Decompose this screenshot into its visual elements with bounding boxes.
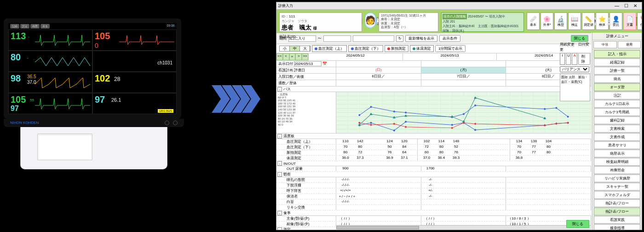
window-title: 診療入力	[278, 3, 293, 8]
side-menu-item[interactable]: 記入・指示	[594, 50, 640, 58]
svg-marker-60	[370, 113, 373, 115]
toolbar-検体[interactable]: ⭐検体	[596, 12, 609, 30]
data-row: リキシ交換	[276, 205, 591, 210]
side-menu-item[interactable]: 診療一覧	[594, 67, 640, 75]
pulse-value: 105	[11, 94, 26, 105]
side-menu-item[interactable]: 歯科記録	[594, 116, 640, 124]
reload-icon[interactable]: ↻	[396, 35, 403, 42]
side-menu-item[interactable]: オーダ歴	[594, 83, 640, 91]
display-date-input[interactable]	[294, 61, 322, 66]
side-menu-item[interactable]: 患者サマリ	[594, 141, 640, 149]
legend-box: 医師 太郎 脈拍・血圧・温度(℃)	[560, 74, 590, 101]
collapse-icon[interactable]: -	[277, 172, 282, 177]
patient-card: ID：111 カンジャ ソウタ 患者 颯太 様	[279, 12, 362, 32]
toolbar-委託[interactable]: 👤委託	[610, 12, 622, 30]
side-menu-item[interactable]: 病歴表示	[594, 150, 640, 157]
side-menu-item[interactable]: 服薬指導	[594, 224, 640, 230]
side-menu-item[interactable]: 看護実践	[594, 216, 640, 224]
legend-item[interactable]: 血圧測定（上）	[312, 45, 347, 52]
legend-item[interactable]: 体温測定	[410, 45, 434, 52]
color-icon[interactable]: A	[572, 53, 577, 65]
side-menu-item[interactable]: リハビリ実施歴	[594, 174, 640, 182]
nav-first[interactable]: <<	[276, 53, 283, 60]
legend-item[interactable]: 血圧測定（下）	[348, 45, 383, 52]
zoom-small[interactable]: 小	[280, 46, 290, 51]
chart-y-axis: - 温度板 BP P T200 80 195 41180 70 172 4016…	[276, 92, 336, 133]
close-icon[interactable]: ✕	[631, 3, 640, 8]
row-hosp-day: 入院日数／術後 6日目／ 7日目／ 8日目／	[276, 74, 591, 80]
collapse-icon[interactable]: -	[277, 227, 282, 230]
italic-icon[interactable]: I	[560, 53, 565, 65]
variance-select[interactable]: バリアンス	[560, 66, 589, 72]
toolbar-文書[interactable]: 📄文書	[623, 12, 636, 30]
minimize-icon[interactable]: —	[612, 3, 621, 8]
side-menu-item[interactable]: スマホフォルダ	[594, 191, 640, 199]
side-menu-item[interactable]: 経過記録	[594, 58, 640, 66]
nav-prev[interactable]: <	[283, 53, 289, 60]
svg-point-50	[405, 126, 407, 128]
mon-btn[interactable]: 設定	[20, 24, 29, 29]
legend-item[interactable]: 脈拍測定	[385, 45, 408, 52]
mon-btn[interactable]: 記録	[10, 24, 19, 29]
collapse-icon[interactable]: -	[277, 87, 282, 92]
side-menu-item[interactable]: 文書作成	[594, 133, 640, 141]
side-menu-item[interactable]: カルテ1日表示	[594, 100, 640, 108]
power-icon[interactable]	[165, 121, 169, 125]
cell-pulse: 105 55 97	[8, 93, 92, 114]
date-nav: << < ＝ > >> 2024/05/12 2024/05/13 2024/0…	[276, 53, 591, 61]
nav-last[interactable]: >>	[302, 53, 308, 60]
toolbar-基本[interactable]: 🩹基本	[527, 12, 540, 30]
side-menu-item[interactable]: スキャナ一覧	[594, 183, 640, 191]
svg-point-43	[474, 129, 476, 131]
collapse-icon[interactable]: -	[277, 134, 282, 139]
data-row: 保清者＋/－/＋/＋-/-	[276, 194, 591, 199]
zoom-mid[interactable]: 中	[290, 46, 300, 51]
toolbar-付箋[interactable]: 🔖付箋	[637, 12, 642, 30]
toolbar-外来*[interactable]: 🌸外来*	[540, 12, 553, 30]
toolbar-検歴[interactable]: 🔬検歴	[554, 12, 567, 30]
temp-value: 98	[11, 73, 21, 84]
side-menu-item[interactable]: 画像照会	[594, 166, 640, 174]
side-menu-item[interactable]: カルテ3号用紙	[594, 108, 640, 116]
close-button[interactable]: 閉じる	[571, 35, 588, 42]
maximize-icon[interactable]: ☐	[621, 3, 631, 8]
side-menu-item[interactable]: 熱計表/フロー	[594, 208, 640, 215]
toolbar-測定値[interactable]: 📏測定値	[582, 12, 595, 30]
delete-button[interactable]: 削除	[578, 53, 590, 65]
menu-icon[interactable]	[173, 121, 178, 125]
zoom-large[interactable]: 大	[300, 46, 310, 51]
cell-ch: ch1031	[92, 51, 177, 72]
close-button-bottom[interactable]: 閉じる	[566, 220, 589, 228]
aux-header: 用紙変更 日付変更	[560, 42, 590, 52]
collapse-icon[interactable]: -	[277, 161, 282, 166]
underline-icon[interactable]: U	[566, 53, 571, 65]
one-min-button[interactable]: 1分間隔で表示	[435, 45, 466, 52]
side-tab[interactable]: 適用	[618, 41, 641, 48]
nibp-value: 80	[11, 52, 21, 63]
nav-next[interactable]: >	[295, 53, 302, 60]
side-menu-item[interactable]: 熱計表/フロー	[594, 199, 640, 207]
side-menu-item[interactable]: 文書検索	[594, 125, 640, 133]
side-menu-item[interactable]: 注記	[594, 92, 640, 99]
nav-today[interactable]: ＝	[289, 53, 296, 60]
filter-input[interactable]	[353, 35, 394, 42]
mon-btn[interactable]: 戻る	[40, 24, 50, 29]
side-menu-item[interactable]: 検査結果明細	[594, 158, 640, 166]
collapse-icon[interactable]: -	[278, 93, 279, 96]
section-温度板: -温度板	[276, 133, 591, 139]
mon-btn[interactable]: 画面	[30, 24, 40, 29]
flowsheet-header: 期間 〜 ↻ 最新情報を表示 表示条件 閉じる	[276, 33, 591, 44]
horizontal-scrollbar[interactable]	[336, 225, 591, 230]
action-toolbar: 🩹基本🌸外来*🔬検歴📖検証📏測定値⭐検体👤委託📄文書🔖付箋	[527, 12, 642, 32]
scrollbar-thumb[interactable]	[336, 226, 419, 229]
patient-ruby: カンジャ ソウタ	[282, 19, 360, 23]
toolbar-検証[interactable]: 📖検証	[568, 12, 581, 30]
brand-label: NIHON KOHDEN	[10, 121, 39, 125]
svg-point-36	[567, 116, 569, 117]
collapse-icon[interactable]: -	[277, 211, 282, 215]
side-menu-item[interactable]: 病名	[594, 75, 640, 83]
display-cond-button[interactable]: 表示条件	[439, 35, 460, 42]
show-latest-button[interactable]: 最新情報を表示	[405, 35, 437, 42]
period-to-input[interactable]	[323, 35, 351, 42]
side-tab[interactable]: 中項	[593, 41, 617, 48]
